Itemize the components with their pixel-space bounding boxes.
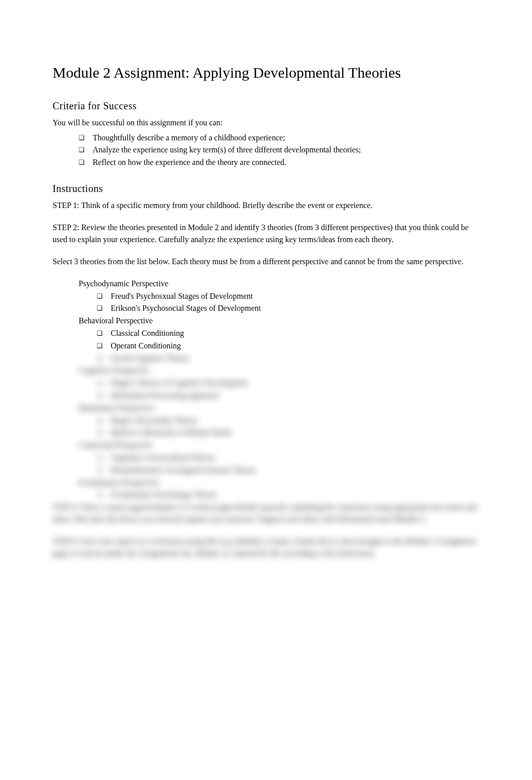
- perspective-label: Humanistic Perspective: [79, 402, 482, 415]
- theory-item: Vygotsky's Sociocultural Theory: [97, 452, 482, 464]
- criteria-list: Thoughtfully describe a memory of a chil…: [53, 132, 482, 169]
- criteria-item: Analyze the experience using key term(s)…: [79, 144, 482, 156]
- document-page: Module 2 Assignment: Applying Developmen…: [0, 0, 532, 620]
- blurred-section: Cognitive Perspective Piaget's Theory of…: [79, 364, 482, 501]
- select-text: Select 3 theories from the list below. E…: [53, 256, 482, 268]
- criteria-item: Thoughtfully describe a memory of a chil…: [79, 132, 482, 144]
- step2-text: STEP 2: Review the theories presented in…: [53, 222, 482, 246]
- criteria-item: Reflect on how the experience and the th…: [79, 156, 482, 169]
- step4-text: STEP 4: Save your report as a word-proce…: [53, 535, 482, 559]
- theory-list: Evolutionary Psychology Theory: [79, 489, 482, 501]
- instructions-heading: Instructions: [53, 183, 482, 194]
- perspective-label: Behavioral Perspective: [79, 315, 482, 327]
- step3-text: STEP 3: Write a report (approximately 2-…: [53, 501, 482, 525]
- criteria-intro: You will be successful on this assignmen…: [53, 117, 482, 129]
- theory-item: Freud's Psychosxual Stages of Developmen…: [97, 290, 482, 303]
- theory-item: Maslow's Hierarchy of Human Needs: [97, 427, 482, 439]
- theory-list: Classical Conditioning Operant Condition…: [79, 327, 482, 364]
- theory-list: Piaget's Theory of Cognitive Development…: [79, 377, 482, 402]
- perspective-label: Cognitive Perspective: [79, 364, 482, 377]
- theory-item: Operant Conditioning: [97, 340, 482, 352]
- perspective-label: Evolutionary Perspective: [79, 477, 482, 489]
- theory-item: Classical Conditioning: [97, 327, 482, 340]
- perspective-label: Psychodynamic Perspective: [79, 278, 482, 290]
- theory-list: Vygotsky's Sociocultural Theory Bronfenb…: [79, 452, 482, 477]
- theory-item: Bronfenbrenner's Ecological Systems Theo…: [97, 464, 482, 477]
- theory-item: Roger's Personality Theory: [97, 415, 482, 427]
- theory-item: Erikson's Psychosocial Stages of Develop…: [97, 302, 482, 315]
- theory-item: Information Processing Approach: [97, 389, 482, 402]
- theory-list: Roger's Personality Theory Maslow's Hier…: [79, 415, 482, 440]
- perspectives-block: Psychodynamic Perspective Freud's Psycho…: [53, 278, 482, 501]
- perspective-label: Contextual Perspective: [79, 439, 482, 452]
- theory-item: Social Cognitive Theory: [97, 352, 482, 365]
- criteria-heading: Criteria for Success: [53, 100, 482, 112]
- page-title: Module 2 Assignment: Applying Developmen…: [53, 63, 482, 83]
- theory-item: Piaget's Theory of Cognitive Development: [97, 377, 482, 389]
- theory-item: Evolutionary Psychology Theory: [97, 489, 482, 501]
- theory-list: Freud's Psychosxual Stages of Developmen…: [79, 290, 482, 315]
- step1-text: STEP 1: Think of a specific memory from …: [53, 200, 482, 212]
